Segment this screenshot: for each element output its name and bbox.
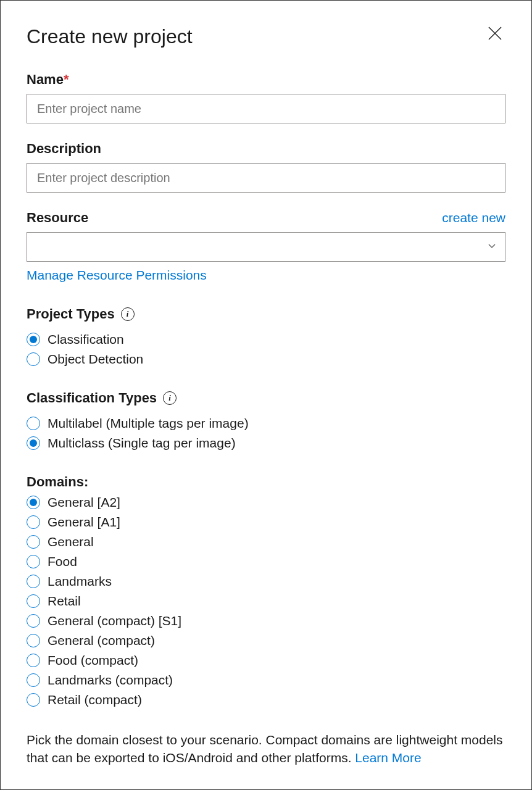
radio-icon: [27, 515, 40, 529]
domain-option-label: Food: [48, 554, 77, 569]
classification-types-heading: Classification Types: [27, 390, 157, 406]
domain-option[interactable]: Landmarks: [27, 574, 505, 589]
radio-icon: [27, 594, 40, 608]
project-types-heading: Project Types: [27, 306, 115, 322]
resource-label: Resource: [27, 210, 88, 226]
radio-icon: [27, 614, 40, 628]
domains-heading: Domains:: [27, 474, 505, 490]
name-label: Name*: [27, 72, 505, 88]
name-input[interactable]: [27, 94, 505, 123]
domains-helper-text: Pick the domain closest to your scenario…: [27, 731, 505, 767]
close-icon: [487, 25, 503, 41]
classification-type-option[interactable]: Multiclass (Single tag per image): [27, 436, 505, 451]
radio-icon: [27, 673, 40, 687]
manage-resource-permissions-link[interactable]: Manage Resource Permissions: [27, 268, 207, 283]
radio-icon: [27, 496, 40, 509]
info-icon[interactable]: i: [163, 391, 177, 405]
radio-icon: [27, 634, 40, 647]
classification-type-option-label: Multiclass (Single tag per image): [48, 436, 236, 451]
domain-option[interactable]: Food: [27, 554, 505, 569]
classification-type-option-label: Multilabel (Multiple tags per image): [48, 416, 249, 431]
classification-type-option[interactable]: Multilabel (Multiple tags per image): [27, 416, 505, 431]
radio-icon: [27, 535, 40, 549]
close-button[interactable]: [484, 23, 505, 44]
domain-option-label: General (compact) [S1]: [48, 613, 181, 628]
dialog-content[interactable]: Create new project Name* Description Res…: [1, 1, 531, 789]
domain-option[interactable]: General: [27, 534, 505, 549]
domain-option[interactable]: Landmarks (compact): [27, 673, 505, 688]
radio-icon: [27, 654, 40, 667]
radio-icon: [27, 436, 40, 450]
project-type-option[interactable]: Object Detection: [27, 352, 505, 367]
domain-option-label: Retail (compact): [48, 692, 142, 707]
domain-option-label: General (compact): [48, 633, 155, 648]
resource-select[interactable]: [27, 232, 505, 262]
create-new-resource-link[interactable]: create new: [442, 210, 505, 225]
domain-option-label: General: [48, 534, 94, 549]
description-label: Description: [27, 141, 505, 157]
domain-option-label: General [A1]: [48, 515, 120, 530]
radio-icon: [27, 555, 40, 568]
domain-option-label: Food (compact): [48, 653, 138, 668]
radio-icon: [27, 575, 40, 588]
radio-icon: [27, 417, 40, 430]
dialog-title: Create new project: [27, 25, 193, 48]
learn-more-link[interactable]: Learn More: [355, 750, 421, 765]
domain-option-label: Retail: [48, 594, 81, 609]
description-input[interactable]: [27, 163, 505, 193]
domain-option[interactable]: Retail: [27, 594, 505, 609]
required-marker: *: [64, 72, 69, 87]
domain-option[interactable]: General [A1]: [27, 515, 505, 530]
domain-option[interactable]: Retail (compact): [27, 692, 505, 707]
info-icon[interactable]: i: [121, 307, 135, 321]
radio-icon: [27, 693, 40, 707]
domain-option[interactable]: General [A2]: [27, 495, 505, 510]
radio-icon: [27, 333, 40, 346]
project-type-option[interactable]: Classification: [27, 332, 505, 347]
domain-option-label: Landmarks (compact): [48, 673, 173, 688]
domain-option[interactable]: General (compact): [27, 633, 505, 648]
project-type-option-label: Classification: [48, 332, 124, 347]
domain-option[interactable]: Food (compact): [27, 653, 505, 668]
domain-option-label: Landmarks: [48, 574, 112, 589]
domain-option[interactable]: General (compact) [S1]: [27, 613, 505, 628]
radio-icon: [27, 352, 40, 366]
domain-option-label: General [A2]: [48, 495, 120, 510]
project-type-option-label: Object Detection: [48, 352, 143, 367]
